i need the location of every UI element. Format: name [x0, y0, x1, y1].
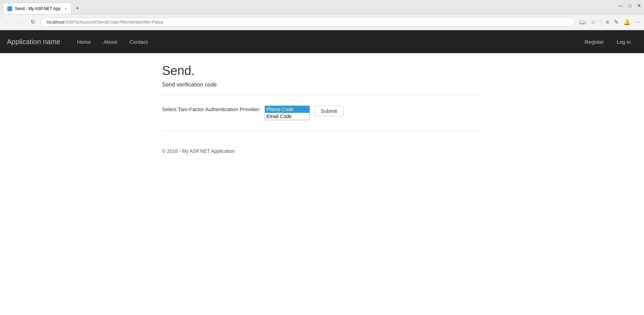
section-divider-top — [162, 95, 482, 95]
back-button[interactable]: ← — [4, 18, 13, 26]
provider-form-group: Select Two-Factor Authentication Provide… — [162, 106, 482, 120]
forward-button[interactable]: → — [17, 18, 25, 26]
page-content: Send. Send verification code Select Two-… — [155, 53, 489, 164]
provider-label: Select Two-Factor Authentication Provide… — [162, 106, 260, 112]
option-phone[interactable]: Phone Code — [265, 106, 309, 113]
tab-close-button[interactable]: × — [65, 7, 67, 11]
window-controls: — □ ✕ — [618, 3, 641, 14]
toolbar-divider — [601, 19, 601, 26]
hub-menu-icon[interactable]: ≡ — [606, 19, 609, 25]
nav-link-login[interactable]: Log in — [610, 31, 637, 52]
provider-select[interactable]: Phone Code Email Code — [265, 106, 310, 120]
navbar-right: Register Log in — [578, 31, 637, 52]
option-email[interactable]: Email Code — [265, 113, 309, 120]
address-bar[interactable]: localhost:63976/Account/SendCode?Remembe… — [41, 17, 575, 27]
nav-link-about[interactable]: About — [97, 31, 123, 52]
nav-link-home[interactable]: Home — [71, 31, 97, 52]
more-options-icon[interactable]: ··· — [635, 19, 640, 25]
address-bar-row: ← → ↻ localhost:63976/Account/SendCode?R… — [0, 14, 644, 30]
nav-link-register[interactable]: Register — [578, 31, 610, 52]
navbar-brand[interactable]: Application name — [7, 38, 60, 46]
section-divider-bottom — [162, 131, 482, 131]
page-title: Send. — [162, 64, 482, 78]
page-footer: © 2016 - My ASP.NET Application — [162, 145, 482, 154]
favorites-icon[interactable]: ☆ — [591, 19, 596, 25]
refresh-button[interactable]: ↻ — [29, 18, 37, 26]
reader-view-icon[interactable]: 📖 — [579, 19, 586, 25]
browser-actions: 📖 ☆ ≡ ✎ 🔔 ··· — [579, 19, 640, 26]
navbar-links: Home About Contact — [71, 31, 154, 52]
nav-link-contact[interactable]: Contact — [123, 31, 154, 52]
submit-button[interactable]: Submit — [314, 106, 344, 116]
minimize-button[interactable]: — — [618, 3, 623, 14]
page-subtitle: Send verification code — [162, 82, 482, 88]
app-navbar: Application name Home About Contact Regi… — [0, 30, 644, 53]
address-rest: :63976/Account/SendCode?RememberMe=False — [64, 19, 163, 25]
edit-icon[interactable]: ✎ — [614, 19, 619, 25]
close-button[interactable]: ✕ — [637, 3, 641, 14]
address-protocol: localhost — [47, 19, 64, 25]
maximize-button[interactable]: □ — [629, 3, 631, 14]
browser-chrome: Send - My ASP.NET App × + — □ ✕ ← → ↻ lo… — [0, 0, 644, 30]
tab-title: Send - My ASP.NET App — [15, 6, 61, 11]
tab-favicon — [7, 6, 12, 11]
notifications-icon[interactable]: 🔔 — [623, 19, 630, 25]
new-tab-button[interactable]: + — [73, 3, 82, 14]
browser-tab[interactable]: Send - My ASP.NET App × — [3, 3, 71, 14]
footer-copyright: © 2016 - My ASP.NET Application — [162, 148, 482, 154]
